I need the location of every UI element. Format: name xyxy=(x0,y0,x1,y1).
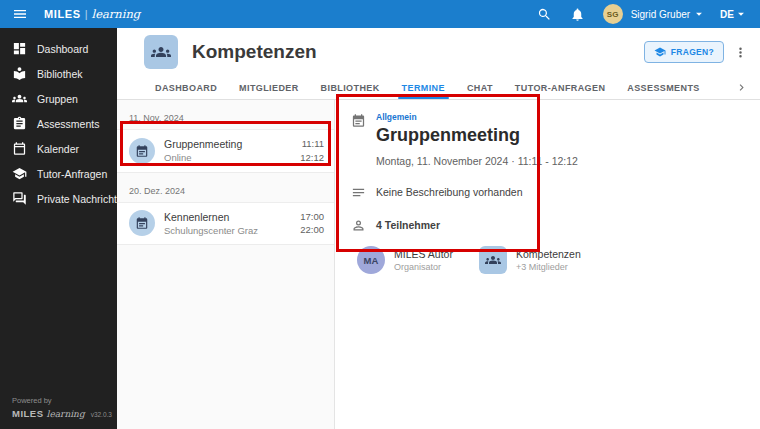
event-info: Gruppenmeeting Online xyxy=(164,138,291,163)
sidebar-item-label: Kalender xyxy=(37,143,79,155)
tab-dashboard[interactable]: DASHBOARD xyxy=(144,76,228,99)
groups-icon xyxy=(12,91,27,106)
event-location: Schulungscenter Graz xyxy=(164,225,291,236)
participant-name: MILES Autor xyxy=(394,248,453,260)
footer-brand-primary: MILES xyxy=(12,408,44,419)
sidebar-item-dashboard[interactable]: Dashboard xyxy=(0,36,117,61)
sidebar-item-label: Bibliothek xyxy=(37,68,83,80)
page-title: Kompetenzen xyxy=(192,41,317,63)
school-icon xyxy=(654,46,666,58)
notifications-icon[interactable] xyxy=(570,7,585,22)
participants-count: 4 Teilnehmer xyxy=(376,219,440,231)
event-start-time: 11:11 xyxy=(300,137,324,151)
event-detail: Allgemein Gruppenmeeting Montag, 11. Nov… xyxy=(335,100,760,429)
tab-mitglieder[interactable]: MITGLIEDER xyxy=(228,76,310,99)
calendar-icon xyxy=(12,141,27,156)
participant-info: MILES Autor Organisator xyxy=(394,248,453,272)
language-code: DE xyxy=(720,9,734,20)
sidebar-item-label: Assessments xyxy=(37,118,99,130)
group-avatar xyxy=(144,35,178,69)
tab-bar: DASHBOARD MITGLIEDER BIBLIOTHEK TERMINE … xyxy=(117,76,760,100)
user-menu[interactable]: Sigrid Gruber xyxy=(631,7,706,21)
participant-info: Kompetenzen +3 Mitglieder xyxy=(516,248,581,272)
event-detail-title: Gruppenmeeting xyxy=(376,125,578,146)
person-icon xyxy=(351,218,366,233)
sidebar-item-private-nachrichten[interactable]: Private Nachrichten xyxy=(0,186,117,211)
detail-header: Allgemein Gruppenmeeting Montag, 11. Nov… xyxy=(351,112,744,167)
event-start-time: 17:00 xyxy=(300,210,324,224)
sidebar-item-label: Private Nachrichten xyxy=(37,193,129,205)
chevron-right-icon[interactable] xyxy=(735,81,748,94)
logo-secondary: learning xyxy=(91,7,140,21)
termine-content: 11. Nov. 2024 Gruppenmeeting Online 11:1… xyxy=(117,100,760,429)
language-selector[interactable]: DE xyxy=(720,7,748,21)
more-options-icon[interactable] xyxy=(733,45,748,60)
tab-assessments[interactable]: ASSESSMENTS xyxy=(616,76,710,99)
sidebar-item-label: Tutor-Anfragen xyxy=(37,168,107,180)
topbar: MILES | learning SG Sigrid Gruber DE xyxy=(0,0,760,28)
footer-brand-secondary: learning xyxy=(47,409,85,419)
event-category: Allgemein xyxy=(376,112,578,122)
groups-icon xyxy=(151,42,171,62)
tab-bibliothek[interactable]: BIBLIOTHEK xyxy=(310,76,391,99)
fragen-button[interactable]: FRAGEN? xyxy=(644,41,724,63)
event-datetime: Montag, 11. November 2024 · 11:11 - 12:1… xyxy=(376,155,578,167)
participants-row: 4 Teilnehmer xyxy=(351,219,744,233)
school-icon xyxy=(12,166,27,181)
event-description: Keine Beschreibung vorhanden xyxy=(376,186,523,198)
participant-avatar: MA xyxy=(357,246,385,274)
date-group-label: 11. Nov. 2024 xyxy=(117,100,334,130)
event-location: Online xyxy=(164,152,291,163)
participant-role: Organisator xyxy=(394,262,453,272)
description-row: Keine Beschreibung vorhanden xyxy=(351,186,744,200)
tab-tutor-anfragen[interactable]: TUTOR-ANFRAGEN xyxy=(504,76,616,99)
event-end-time: 22:00 xyxy=(300,223,324,237)
fragen-button-label: FRAGEN? xyxy=(671,47,714,57)
event-title: Gruppenmeeting xyxy=(164,138,291,150)
sidebar: Dashboard Bibliothek Gruppen Assessments… xyxy=(0,28,117,429)
event-row-gruppenmeeting[interactable]: Gruppenmeeting Online 11:11 12:12 xyxy=(117,130,334,173)
sidebar-item-bibliothek[interactable]: Bibliothek xyxy=(0,61,117,86)
event-calendar-icon xyxy=(129,138,155,164)
tab-termine[interactable]: TERMINE xyxy=(391,76,456,99)
event-info: Kennenlernen Schulungscenter Graz xyxy=(164,211,291,236)
notes-icon xyxy=(351,185,366,200)
event-list: 11. Nov. 2024 Gruppenmeeting Online 11:1… xyxy=(117,100,335,429)
footer-brand: MILES learning v32.0.3 xyxy=(12,408,105,419)
tab-chat[interactable]: CHAT xyxy=(456,76,504,99)
user-avatar[interactable]: SG xyxy=(603,4,623,24)
app-body: Dashboard Bibliothek Gruppen Assessments… xyxy=(0,28,760,429)
event-end-time: 12:12 xyxy=(300,151,324,165)
participants-list: MA MILES Autor Organisator Kompetenzen +… xyxy=(357,246,744,274)
sidebar-item-label: Dashboard xyxy=(37,43,88,55)
event-row-kennenlernen[interactable]: Kennenlernen Schulungscenter Graz 17:00 … xyxy=(117,203,334,246)
sidebar-item-kalender[interactable]: Kalender xyxy=(0,136,117,161)
event-calendar-icon xyxy=(129,210,155,236)
chevron-down-icon xyxy=(734,7,748,21)
logo-separator: | xyxy=(85,8,88,20)
detail-header-text: Allgemein Gruppenmeeting Montag, 11. Nov… xyxy=(376,112,578,167)
search-icon[interactable] xyxy=(537,7,552,22)
dashboard-icon xyxy=(12,41,27,56)
app-version: v32.0.3 xyxy=(91,411,112,418)
header-actions: FRAGEN? xyxy=(644,41,748,63)
date-group-label: 20. Dez. 2024 xyxy=(117,173,334,203)
sidebar-item-assessments[interactable]: Assessments xyxy=(0,111,117,136)
participant-miles-autor[interactable]: MA MILES Autor Organisator xyxy=(357,246,453,274)
sidebar-item-gruppen[interactable]: Gruppen xyxy=(0,86,117,111)
menu-icon[interactable] xyxy=(12,6,28,22)
sidebar-item-label: Gruppen xyxy=(37,93,78,105)
sidebar-footer: Powered by MILES learning v32.0.3 xyxy=(0,392,117,429)
group-tile-icon xyxy=(479,246,507,274)
library-icon xyxy=(12,66,27,81)
assignment-icon xyxy=(12,116,27,131)
group-header: Kompetenzen FRAGEN? xyxy=(117,28,760,69)
participant-role: +3 Mitglieder xyxy=(516,262,581,272)
user-name: Sigrid Gruber xyxy=(631,9,690,20)
sidebar-item-tutor-anfragen[interactable]: Tutor-Anfragen xyxy=(0,161,117,186)
participant-kompetenzen[interactable]: Kompetenzen +3 Mitglieder xyxy=(479,246,581,274)
event-title: Kennenlernen xyxy=(164,211,291,223)
event-times: 17:00 22:00 xyxy=(300,210,324,238)
main-area: Kompetenzen FRAGEN? DASHBOARD MITGLIEDER… xyxy=(117,28,760,429)
app-logo: MILES | learning xyxy=(44,7,140,21)
